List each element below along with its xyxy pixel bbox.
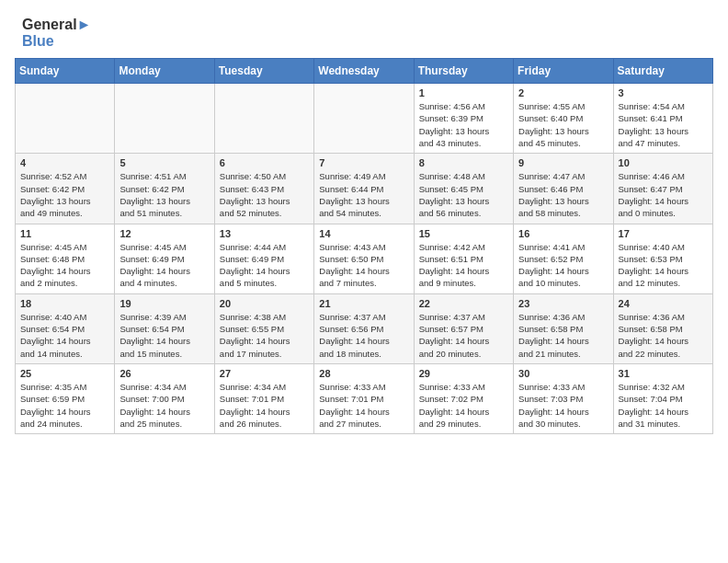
day-number: 24 bbox=[619, 298, 708, 309]
week-row-1: 1Sunrise: 4:56 AM Sunset: 6:39 PM Daylig… bbox=[16, 84, 713, 154]
header-cell-thursday: Thursday bbox=[414, 59, 513, 84]
day-number: 23 bbox=[518, 298, 608, 309]
week-row-4: 18Sunrise: 4:40 AM Sunset: 6:54 PM Dayli… bbox=[16, 293, 713, 363]
day-info: Sunrise: 4:40 AM Sunset: 6:53 PM Dayligh… bbox=[619, 241, 708, 290]
header-cell-tuesday: Tuesday bbox=[214, 59, 313, 84]
day-info: Sunrise: 4:33 AM Sunset: 7:02 PM Dayligh… bbox=[419, 381, 508, 430]
day-cell: 30Sunrise: 4:33 AM Sunset: 7:03 PM Dayli… bbox=[514, 363, 613, 433]
day-info: Sunrise: 4:36 AM Sunset: 6:58 PM Dayligh… bbox=[518, 311, 608, 360]
day-cell: 13Sunrise: 4:44 AM Sunset: 6:49 PM Dayli… bbox=[214, 224, 313, 293]
day-info: Sunrise: 4:46 AM Sunset: 6:47 PM Dayligh… bbox=[619, 170, 708, 219]
day-info: Sunrise: 4:50 AM Sunset: 6:43 PM Dayligh… bbox=[220, 170, 309, 219]
day-info: Sunrise: 4:32 AM Sunset: 7:04 PM Dayligh… bbox=[619, 381, 708, 430]
day-cell: 1Sunrise: 4:56 AM Sunset: 6:39 PM Daylig… bbox=[414, 84, 513, 154]
day-info: Sunrise: 4:42 AM Sunset: 6:51 PM Dayligh… bbox=[419, 241, 508, 290]
day-info: Sunrise: 4:49 AM Sunset: 6:44 PM Dayligh… bbox=[319, 170, 408, 219]
calendar-header: SundayMondayTuesdayWednesdayThursdayFrid… bbox=[16, 59, 713, 84]
day-cell bbox=[214, 84, 313, 154]
day-info: Sunrise: 4:51 AM Sunset: 6:42 PM Dayligh… bbox=[119, 170, 209, 219]
page-header: General► Blue bbox=[0, 0, 728, 58]
day-number: 15 bbox=[419, 228, 508, 239]
header-cell-saturday: Saturday bbox=[613, 59, 712, 84]
week-row-3: 11Sunrise: 4:45 AM Sunset: 6:48 PM Dayli… bbox=[16, 224, 713, 293]
logo: General► Blue bbox=[22, 17, 91, 49]
day-number: 11 bbox=[20, 228, 109, 239]
day-info: Sunrise: 4:43 AM Sunset: 6:50 PM Dayligh… bbox=[319, 241, 408, 290]
day-number: 2 bbox=[518, 87, 608, 98]
day-number: 21 bbox=[319, 298, 408, 309]
day-info: Sunrise: 4:54 AM Sunset: 6:41 PM Dayligh… bbox=[619, 100, 708, 149]
day-info: Sunrise: 4:40 AM Sunset: 6:54 PM Dayligh… bbox=[20, 311, 109, 360]
day-info: Sunrise: 4:45 AM Sunset: 6:48 PM Dayligh… bbox=[20, 241, 109, 290]
day-number: 1 bbox=[419, 87, 508, 98]
day-number: 27 bbox=[220, 368, 309, 379]
day-number: 16 bbox=[518, 228, 608, 239]
day-cell: 20Sunrise: 4:38 AM Sunset: 6:55 PM Dayli… bbox=[214, 293, 313, 363]
day-info: Sunrise: 4:35 AM Sunset: 6:59 PM Dayligh… bbox=[20, 381, 109, 430]
day-number: 10 bbox=[619, 157, 708, 168]
day-cell: 29Sunrise: 4:33 AM Sunset: 7:02 PM Dayli… bbox=[414, 363, 513, 433]
day-info: Sunrise: 4:47 AM Sunset: 6:46 PM Dayligh… bbox=[518, 170, 608, 219]
day-info: Sunrise: 4:37 AM Sunset: 6:57 PM Dayligh… bbox=[419, 311, 508, 360]
day-info: Sunrise: 4:44 AM Sunset: 6:49 PM Dayligh… bbox=[220, 241, 309, 290]
day-cell: 12Sunrise: 4:45 AM Sunset: 6:49 PM Dayli… bbox=[115, 224, 214, 293]
day-number: 28 bbox=[319, 368, 408, 379]
day-number: 17 bbox=[619, 228, 708, 239]
day-cell: 4Sunrise: 4:52 AM Sunset: 6:42 PM Daylig… bbox=[16, 154, 115, 224]
day-cell: 14Sunrise: 4:43 AM Sunset: 6:50 PM Dayli… bbox=[314, 224, 414, 293]
day-number: 14 bbox=[319, 228, 408, 239]
day-number: 29 bbox=[419, 368, 508, 379]
day-number: 3 bbox=[619, 87, 708, 98]
day-number: 9 bbox=[518, 157, 608, 168]
day-cell: 19Sunrise: 4:39 AM Sunset: 6:54 PM Dayli… bbox=[115, 293, 214, 363]
day-number: 7 bbox=[319, 157, 408, 168]
day-cell: 21Sunrise: 4:37 AM Sunset: 6:56 PM Dayli… bbox=[314, 293, 414, 363]
header-cell-wednesday: Wednesday bbox=[314, 59, 414, 84]
day-number: 5 bbox=[119, 157, 209, 168]
day-number: 18 bbox=[20, 298, 109, 309]
day-info: Sunrise: 4:34 AM Sunset: 7:00 PM Dayligh… bbox=[119, 381, 209, 430]
day-cell: 9Sunrise: 4:47 AM Sunset: 6:46 PM Daylig… bbox=[514, 154, 613, 224]
day-info: Sunrise: 4:41 AM Sunset: 6:52 PM Dayligh… bbox=[518, 241, 608, 290]
day-number: 19 bbox=[119, 298, 209, 309]
day-cell: 26Sunrise: 4:34 AM Sunset: 7:00 PM Dayli… bbox=[115, 363, 214, 433]
header-row: SundayMondayTuesdayWednesdayThursdayFrid… bbox=[16, 59, 713, 84]
header-cell-sunday: Sunday bbox=[16, 59, 115, 84]
day-cell: 31Sunrise: 4:32 AM Sunset: 7:04 PM Dayli… bbox=[613, 363, 712, 433]
day-info: Sunrise: 4:33 AM Sunset: 7:03 PM Dayligh… bbox=[518, 381, 608, 430]
day-cell bbox=[314, 84, 414, 154]
day-cell: 28Sunrise: 4:33 AM Sunset: 7:01 PM Dayli… bbox=[314, 363, 414, 433]
day-info: Sunrise: 4:48 AM Sunset: 6:45 PM Dayligh… bbox=[419, 170, 508, 219]
day-cell: 16Sunrise: 4:41 AM Sunset: 6:52 PM Dayli… bbox=[514, 224, 613, 293]
calendar-body: 1Sunrise: 4:56 AM Sunset: 6:39 PM Daylig… bbox=[16, 84, 713, 434]
day-cell: 25Sunrise: 4:35 AM Sunset: 6:59 PM Dayli… bbox=[16, 363, 115, 433]
day-cell: 2Sunrise: 4:55 AM Sunset: 6:40 PM Daylig… bbox=[514, 84, 613, 154]
day-number: 12 bbox=[119, 228, 209, 239]
day-info: Sunrise: 4:36 AM Sunset: 6:58 PM Dayligh… bbox=[619, 311, 708, 360]
day-info: Sunrise: 4:56 AM Sunset: 6:39 PM Dayligh… bbox=[419, 100, 508, 149]
day-cell: 6Sunrise: 4:50 AM Sunset: 6:43 PM Daylig… bbox=[214, 154, 313, 224]
day-cell: 17Sunrise: 4:40 AM Sunset: 6:53 PM Dayli… bbox=[613, 224, 712, 293]
day-number: 13 bbox=[220, 228, 309, 239]
day-cell bbox=[115, 84, 214, 154]
week-row-5: 25Sunrise: 4:35 AM Sunset: 6:59 PM Dayli… bbox=[16, 363, 713, 433]
day-cell: 23Sunrise: 4:36 AM Sunset: 6:58 PM Dayli… bbox=[514, 293, 613, 363]
header-cell-monday: Monday bbox=[115, 59, 214, 84]
day-info: Sunrise: 4:39 AM Sunset: 6:54 PM Dayligh… bbox=[119, 311, 209, 360]
day-number: 6 bbox=[220, 157, 309, 168]
day-info: Sunrise: 4:38 AM Sunset: 6:55 PM Dayligh… bbox=[220, 311, 309, 360]
day-number: 31 bbox=[619, 368, 708, 379]
day-cell: 22Sunrise: 4:37 AM Sunset: 6:57 PM Dayli… bbox=[414, 293, 513, 363]
day-number: 30 bbox=[518, 368, 608, 379]
day-number: 25 bbox=[20, 368, 109, 379]
day-number: 8 bbox=[419, 157, 508, 168]
week-row-2: 4Sunrise: 4:52 AM Sunset: 6:42 PM Daylig… bbox=[16, 154, 713, 224]
day-number: 20 bbox=[220, 298, 309, 309]
day-number: 4 bbox=[20, 157, 109, 168]
day-cell: 24Sunrise: 4:36 AM Sunset: 6:58 PM Dayli… bbox=[613, 293, 712, 363]
day-cell: 7Sunrise: 4:49 AM Sunset: 6:44 PM Daylig… bbox=[314, 154, 414, 224]
day-cell: 10Sunrise: 4:46 AM Sunset: 6:47 PM Dayli… bbox=[613, 154, 712, 224]
day-info: Sunrise: 4:45 AM Sunset: 6:49 PM Dayligh… bbox=[119, 241, 209, 290]
calendar-wrapper: SundayMondayTuesdayWednesdayThursdayFrid… bbox=[0, 58, 728, 442]
day-info: Sunrise: 4:34 AM Sunset: 7:01 PM Dayligh… bbox=[220, 381, 309, 430]
